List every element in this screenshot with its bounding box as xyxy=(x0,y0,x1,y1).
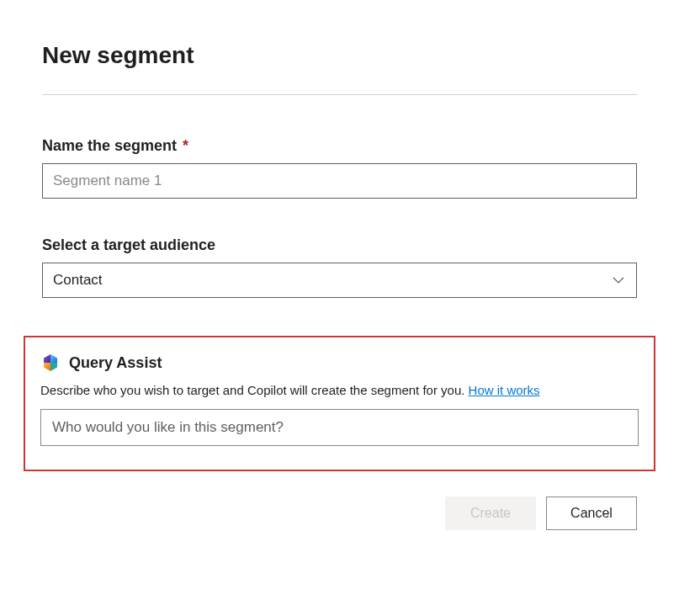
create-button[interactable]: Create xyxy=(445,497,536,530)
audience-field-group: Select a target audience Contact xyxy=(42,236,637,298)
query-assist-panel: Query Assist Describe who you wish to ta… xyxy=(24,336,655,471)
query-assist-header: Query Assist xyxy=(40,353,639,373)
query-assist-description: Describe who you wish to target and Copi… xyxy=(40,383,464,397)
audience-select[interactable]: Contact xyxy=(42,263,637,298)
query-assist-description-row: Describe who you wish to target and Copi… xyxy=(40,383,639,397)
copilot-icon xyxy=(40,353,61,373)
name-label-text: Name the segment xyxy=(42,137,177,154)
required-asterisk: * xyxy=(183,137,188,154)
name-field-label: Name the segment * xyxy=(42,137,637,155)
section-divider xyxy=(42,94,637,95)
segment-name-input[interactable] xyxy=(42,163,637,199)
action-button-row: Create Cancel xyxy=(42,497,637,530)
cancel-button[interactable]: Cancel xyxy=(546,497,637,530)
name-field-group: Name the segment * xyxy=(42,137,637,199)
page-title: New segment xyxy=(42,42,637,69)
audience-field-label: Select a target audience xyxy=(42,236,637,254)
query-assist-input[interactable] xyxy=(40,409,639,446)
audience-select-wrapper: Contact xyxy=(42,263,637,298)
how-it-works-link[interactable]: How it works xyxy=(469,383,540,397)
query-assist-title: Query Assist xyxy=(69,354,162,372)
